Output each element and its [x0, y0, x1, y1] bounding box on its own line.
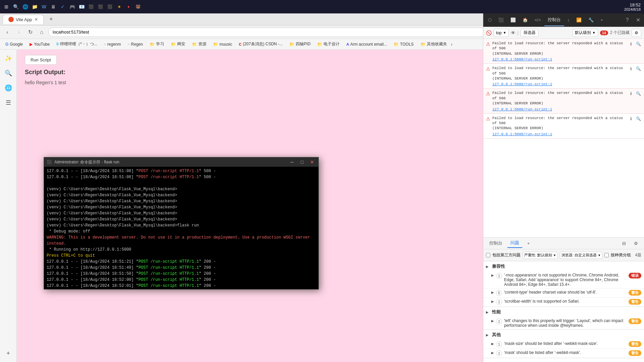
- bottom-tabs: 控制台 问题 + ⊟ ⚙: [483, 237, 644, 249]
- side-panel-add-btn[interactable]: +: [2, 347, 14, 359]
- terminal-close-button[interactable]: ✕: [308, 158, 316, 166]
- expand-icon: ▶: [486, 310, 489, 314]
- address-bar[interactable]: [48, 28, 555, 37]
- bookmark-electronics[interactable]: 📁 电子设计: [314, 40, 342, 48]
- bookmark-security[interactable]: 📁 网安: [168, 40, 188, 48]
- error-link[interactable]: 127.0.0.1:5000/run-script:1: [492, 107, 552, 111]
- terminal-line: (venv) C:\Users\Regen\Desktop\Flask_Vue_…: [47, 198, 316, 204]
- error-link[interactable]: 127.0.0.1:5000/run-script:1: [492, 57, 552, 61]
- bookmark-resources[interactable]: 📁 资源: [189, 40, 209, 48]
- warning-badge: 警告: [629, 341, 641, 347]
- side-panel-btn4[interactable]: ☰: [2, 97, 14, 109]
- extra-icon5[interactable]: ♦: [125, 3, 132, 10]
- compat-header[interactable]: ▶ 兼容性: [483, 261, 644, 271]
- browser-icon[interactable]: 🌐: [21, 3, 29, 10]
- console-error-item: ⚠ Failed to load resource: the server re…: [483, 114, 644, 139]
- game-icon[interactable]: 🎮: [68, 3, 76, 10]
- editor-icon[interactable]: W: [40, 3, 48, 10]
- active-tab[interactable]: Vite App ✕: [3, 15, 44, 24]
- error-icon: ⚠: [486, 66, 490, 71]
- vscode-icon[interactable]: ✓: [59, 3, 66, 10]
- perf-header[interactable]: ▶ 性能: [483, 307, 644, 317]
- performance-section: ▶ 性能 ▶ 1 'left' changes to this property…: [483, 307, 644, 330]
- third-party-checkbox[interactable]: [486, 253, 490, 257]
- compat-item-header[interactable]: ▶ 1 '-moz-appearance' is not supported i…: [491, 273, 641, 287]
- terminal-quit-line: Press CTRL+C to quit: [47, 253, 316, 259]
- extra-icon6[interactable]: 🐻: [134, 3, 142, 10]
- compat-item-header[interactable]: ▶ 1 'scrollbar-width' is not supported o…: [491, 299, 641, 305]
- bookmark-muusic[interactable]: 📁 muusic: [210, 40, 235, 48]
- error-info-button[interactable]: ℹ: [628, 116, 634, 122]
- bottom-tab-console[interactable]: 控制台: [486, 239, 506, 248]
- error-message: Failed to load resource: the server resp…: [492, 116, 626, 131]
- run-script-button[interactable]: Run Script: [25, 55, 57, 65]
- bookmark-arm[interactable]: A Arm account email...: [344, 40, 390, 48]
- error-info-button[interactable]: ℹ: [628, 66, 634, 72]
- bookmark-label: muusic: [219, 42, 232, 47]
- forward-button[interactable]: ›: [14, 28, 23, 37]
- bookmark-label: 电子设计: [324, 41, 340, 47]
- bottom-tab-add[interactable]: +: [524, 239, 533, 248]
- side-panel-btn2[interactable]: 🔍: [2, 67, 14, 79]
- bookmark-regen[interactable]: ○ Regen: [125, 40, 145, 48]
- other-item-header[interactable]: ▶ 1 'mask' should be listed after '-webk…: [491, 350, 641, 356]
- mail-icon[interactable]: 📧: [78, 3, 85, 10]
- other-item: ▶ 1 'mask-size' should be listed after '…: [483, 340, 644, 349]
- terminal-line: 127.0.0.1 - - [18/Aug/2024 18:51:08] "PO…: [47, 174, 316, 180]
- type-group-checkbox[interactable]: [604, 253, 609, 257]
- error-info-button[interactable]: ℹ: [628, 91, 634, 97]
- issues-count-label: 4题: [635, 252, 641, 258]
- tab-title: Vite App: [16, 17, 32, 22]
- compat-item-header[interactable]: ▶ 5 'content-type' header charset value …: [491, 290, 641, 296]
- extra-icon4[interactable]: ★: [115, 3, 123, 10]
- issue-count: 1: [496, 341, 502, 347]
- bookmark-study[interactable]: 📁 学习: [147, 40, 167, 48]
- bottom-settings-button[interactable]: ⚙: [631, 239, 641, 248]
- error-search-button[interactable]: 🔍: [635, 116, 641, 122]
- error-icon: ⚠: [486, 91, 490, 96]
- terminal-icon[interactable]: 🖥: [50, 3, 57, 10]
- more-bookmarks-icon[interactable]: ›: [451, 42, 453, 47]
- bookmark-more[interactable]: 📁 其他收藏夹: [418, 40, 450, 48]
- bookmark-tools[interactable]: 📁 TOOLS: [391, 40, 416, 48]
- extra-icon3[interactable]: ⬛: [106, 3, 113, 10]
- error-search-button[interactable]: 🔍: [635, 91, 641, 97]
- search-icon[interactable]: 🔍: [12, 3, 19, 10]
- other-header[interactable]: ▶ 其他: [483, 330, 644, 340]
- bookmark-youtube[interactable]: ▶ YouTube: [27, 40, 52, 48]
- expand-icon: ▶: [491, 300, 494, 303]
- new-tab-button[interactable]: +: [46, 15, 56, 24]
- folder-icon[interactable]: 📁: [31, 3, 38, 10]
- terminal-minimize-button[interactable]: ─: [288, 158, 296, 166]
- severity-dropdown[interactable]: 严重性: 默认级别 ▼: [523, 252, 558, 259]
- home-button[interactable]: ⌂: [37, 28, 46, 37]
- terminal-title-bar: ⬛ Administrator: 命令提示符 - flask run ─ □ ✕: [44, 157, 318, 167]
- side-panel-btn3[interactable]: 🌐: [2, 82, 14, 94]
- bookmark-label: YouTube: [34, 42, 50, 47]
- back-button[interactable]: ‹: [3, 28, 12, 37]
- bookmark-pid[interactable]: 📁 四轴PID: [287, 40, 313, 48]
- terminal-maximize-button[interactable]: □: [298, 158, 306, 166]
- bookmark-google[interactable]: G Google: [3, 40, 26, 48]
- browser-dropdown[interactable]: 浏览器: 自定义筛选器 ▼: [560, 252, 602, 259]
- bookmark-label: regenm: [107, 42, 121, 47]
- bottom-dock-button[interactable]: ⊟: [619, 239, 629, 248]
- bookmark-bilibili[interactable]: B 哔哩哔哩（*・）つ...: [54, 40, 100, 48]
- bottom-tab-issues[interactable]: 问题: [507, 239, 523, 248]
- extra-icon1[interactable]: ⬛: [87, 3, 95, 10]
- extra-icon2[interactable]: ⬛: [97, 3, 104, 10]
- perf-item-header[interactable]: ▶ 1 'left' changes to this property will…: [491, 318, 641, 328]
- tab-close-icon[interactable]: ✕: [35, 17, 38, 22]
- other-item-header[interactable]: ▶ 1 'mask-size' should be listed after '…: [491, 341, 641, 347]
- warning-badge: 警告: [629, 299, 641, 305]
- perf-label: 性能: [492, 309, 641, 315]
- error-search-button[interactable]: 🔍: [635, 66, 641, 72]
- error-link[interactable]: 127.0.0.1:5000/run-script:1: [492, 82, 552, 86]
- start-button[interactable]: ⊞: [3, 3, 10, 10]
- console-error-item: ⚠ Failed to load resource: the server re…: [483, 50, 644, 64]
- refresh-button[interactable]: ↻: [26, 28, 35, 37]
- bookmark-regenm[interactable]: ○ regenm: [101, 40, 124, 48]
- error-link[interactable]: 127.0.0.1:5000/run-script:1: [492, 132, 552, 136]
- side-panel-btn1[interactable]: ✨: [2, 52, 14, 64]
- bookmark-csdn[interactable]: C (207条消息) CSDN -...: [236, 40, 286, 48]
